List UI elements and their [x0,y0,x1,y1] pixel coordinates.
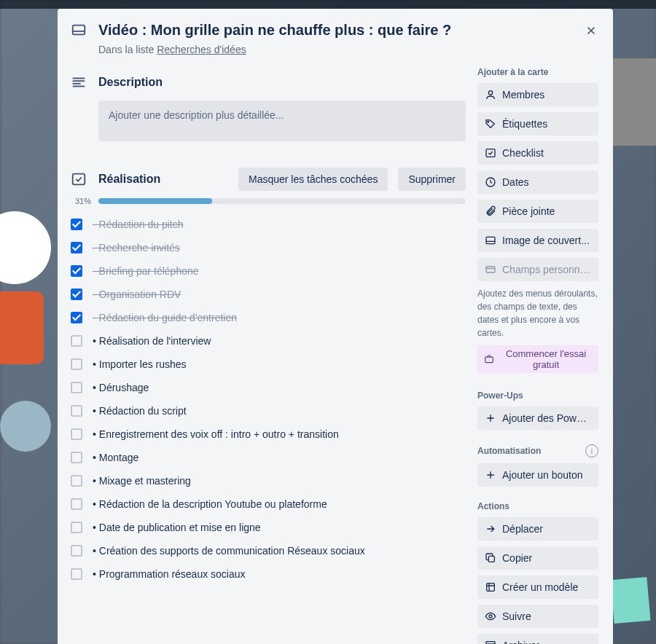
checklist-label[interactable]: • Programmation réseaux sociaux [93,568,464,580]
labels-button[interactable]: Étiquettes [477,112,598,136]
list-link[interactable]: Recherches d'idées [157,44,246,55]
svg-point-7 [488,122,489,123]
description-input[interactable]: Ajouter une description plus détaillée..… [98,101,466,141]
side-heading-actions: Actions [477,501,598,511]
checklist-label[interactable]: - Rédaction du guide d'entretien [93,312,464,323]
checklist-checkbox[interactable] [71,452,82,463]
checklist-heading[interactable]: Réalisation [98,173,228,186]
checklist-item[interactable]: • Montage [69,446,466,469]
arrow-right-icon [485,523,496,535]
checklist-checkbox[interactable] [71,335,82,347]
checklist-item[interactable]: • Enregistrement des voix off : intro + … [69,423,466,446]
checklist-item[interactable]: • Création des supports de communication… [69,539,466,562]
svg-rect-13 [488,556,494,562]
watch-button[interactable]: Suivre [477,605,598,628]
attachment-icon [485,205,496,217]
checklist-label[interactable]: • Rédaction du script [93,405,464,417]
checklist-label[interactable]: - Rédaction du pitch [93,219,464,230]
svg-rect-4 [73,86,85,87]
add-powerups-button[interactable]: Ajouter des Power... [477,407,598,430]
svg-point-15 [489,615,492,618]
close-button[interactable] [579,19,603,42]
checklist-label[interactable]: • Importer les rushes [93,358,464,370]
checklist-item[interactable]: - Rédaction du guide d'entretien [69,306,466,329]
checklist-label[interactable]: • Rédaction de la description Youtube ou… [93,498,464,510]
svg-rect-3 [73,83,81,85]
template-icon [485,581,496,593]
svg-rect-5 [73,174,85,185]
person-icon [485,89,496,101]
copy-button[interactable]: Copier [477,546,598,570]
move-button[interactable]: Déplacer [477,517,598,541]
svg-rect-14 [487,584,495,592]
template-button[interactable]: Créer un modèle [477,576,598,599]
checklist-checkbox[interactable] [71,405,82,417]
checklist-button[interactable]: Checklist [477,141,598,165]
checklist-item[interactable]: • Importer les rushes [69,353,466,376]
cover-icon [485,235,496,246]
svg-rect-2 [73,80,85,82]
checklist-checkbox[interactable] [71,498,82,510]
checklist-item[interactable]: • Rédaction de la description Youtube ou… [69,492,466,516]
description-heading: Description [98,76,466,89]
hide-checked-button[interactable]: Masquer les tâches cochées [238,168,388,191]
checklist-label[interactable]: • Dérushage [93,382,464,393]
checklist-label[interactable]: - Briefing par téléphone [93,265,464,277]
checklist-checkbox[interactable] [71,475,82,487]
dates-button[interactable]: Dates [477,170,598,194]
checklist-item[interactable]: - Recherche invités [69,236,466,259]
checklist-checkbox[interactable] [71,428,82,440]
clock-icon [485,176,496,188]
checkbox-icon [485,147,496,159]
checklist-checkbox[interactable] [71,382,82,393]
members-button[interactable]: Membres [477,83,598,106]
plus-icon [485,412,496,424]
custom-fields-note: Ajoutez des menus déroulants, des champs… [477,287,598,339]
checklist-label[interactable]: • Date de publication et mise en ligne [93,522,464,533]
tag-icon [485,118,496,130]
info-icon[interactable]: i [585,444,598,458]
checklist-label[interactable]: • Enregistrement des voix off : intro + … [93,428,464,440]
checklist-item[interactable]: - Rédaction du pitch [69,213,466,236]
checklist-label[interactable]: - Organisation RDV [93,288,464,300]
archive-button[interactable]: Archiver [477,634,598,644]
checklist-item[interactable]: - Briefing par téléphone [69,259,466,283]
svg-rect-1 [73,78,85,79]
checklist-item[interactable]: • Date de publication et mise en ligne [69,516,466,539]
checklist-item[interactable]: • Réalisation de l'interview [69,329,466,353]
checklist-label[interactable]: • Mixage et mastering [93,475,464,487]
add-automation-button[interactable]: Ajouter un bouton [477,463,598,487]
card-icon [69,20,88,39]
checklist-item[interactable]: • Dérushage [69,376,466,399]
checklist-checkbox[interactable] [71,219,82,230]
checklist-icon [69,170,88,189]
cover-button[interactable]: Image de couvert... [477,229,598,252]
copy-icon [485,552,496,564]
checklist-checkbox[interactable] [71,568,82,580]
checklist-item[interactable]: - Organisation RDV [69,283,466,306]
trial-button[interactable]: Commencer l'essai gratuit [477,345,598,373]
checklist-checkbox[interactable] [71,522,82,533]
checklist-checkbox[interactable] [71,358,82,370]
checklist-checkbox[interactable] [71,288,82,300]
checklist-label[interactable]: • Réalisation de l'interview [93,335,464,347]
delete-checklist-button[interactable]: Supprimer [398,168,466,191]
checklist-checkbox[interactable] [71,545,82,557]
checklist-item[interactable]: • Rédaction du script [69,399,466,423]
checklist-label[interactable]: • Création des supports de communication… [93,545,464,557]
progress-bar [98,198,466,204]
custom-fields-button[interactable]: Champs personna... [477,258,598,281]
checklist-item[interactable]: • Programmation réseaux sociaux [69,562,466,586]
card-modal: Vidéo : Mon grille pain ne chauffe plus … [58,9,613,644]
checklist-checkbox[interactable] [71,242,82,254]
checklist-checkbox[interactable] [71,312,82,323]
checklist-label[interactable]: - Recherche invités [93,242,464,254]
progress-percent: 31% [69,197,91,205]
checklist-label[interactable]: • Montage [93,452,464,463]
checklist-item[interactable]: • Mixage et mastering [69,469,466,492]
svg-point-6 [488,91,492,95]
attachment-button[interactable]: Pièce jointe [477,200,598,223]
svg-rect-10 [486,237,495,243]
checklist-checkbox[interactable] [71,265,82,277]
card-title[interactable]: Vidéo : Mon grille pain ne chauffe plus … [98,20,451,39]
